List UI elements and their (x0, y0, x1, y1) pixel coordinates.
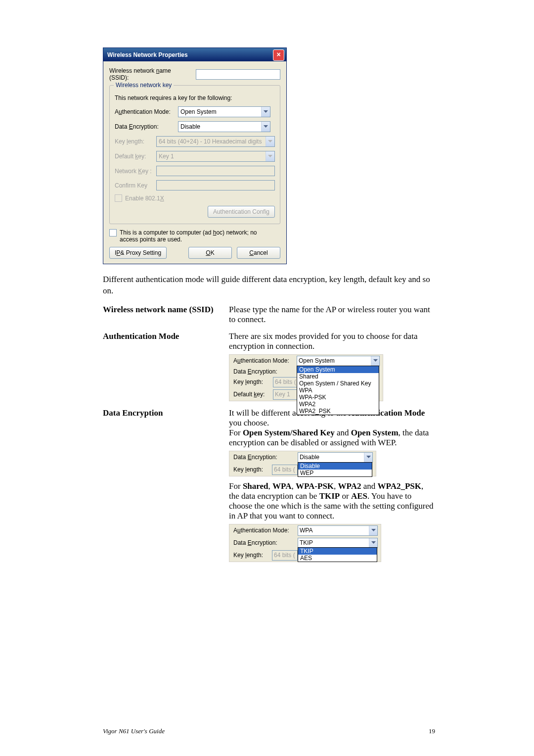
auth-mode-label: Authentication Mode: (115, 108, 178, 115)
adhoc-checkbox[interactable] (109, 229, 117, 236)
group-intro: This network requires a key for the foll… (115, 94, 275, 101)
keylength-combo: 64 bits (40+24) - 10 Hexadecimal digits (156, 136, 275, 147)
chevron-down-icon (266, 137, 274, 146)
chevron-down-icon[interactable] (364, 453, 372, 462)
desc-auth: There are six modes provided for you to … (229, 331, 417, 351)
chevron-down-icon[interactable] (261, 107, 270, 117)
fig-enc1-keylen-combo: 64 bits ( (272, 465, 298, 475)
ssid-label: Wireless network name (SSID): (109, 67, 191, 81)
fig-enc2-enc-combo[interactable]: TKIP (298, 538, 378, 548)
fig-auth-label: Authentication Mode: (233, 357, 297, 364)
enc2-options[interactable]: TKIP AES (298, 547, 377, 562)
term-auth: Authentication Mode (103, 331, 229, 408)
list-item[interactable]: Open System / Shared Key (297, 380, 379, 387)
list-item[interactable]: Disable (298, 463, 372, 470)
dialog-title: Wireless Network Properties (107, 51, 188, 58)
fig-enc1-combo[interactable]: Disable (298, 452, 373, 463)
intro-paragraph: Different authentication mode will guide… (103, 274, 435, 297)
dialog-titlebar[interactable]: Wireless Network Properties × (103, 48, 286, 61)
chevron-down-icon[interactable] (369, 526, 377, 535)
adhoc-label: This is a computer to computer (ad hoc) … (120, 229, 273, 243)
confirmkey-input (156, 180, 275, 190)
list-item[interactable]: WEP (298, 470, 372, 476)
encryption-combo[interactable]: Disable (178, 121, 270, 132)
list-item[interactable]: WPA2_PSK (297, 408, 379, 415)
auth-mode-combo[interactable]: Open System (178, 106, 270, 117)
list-item[interactable]: WPA-PSK (297, 394, 379, 401)
enc1-options[interactable]: Disable WEP (298, 462, 372, 477)
enc-tkip-figure: Authentication Mode: WPA Data Encryption… (229, 524, 381, 562)
enable-8021x-checkbox (115, 194, 122, 202)
list-item[interactable]: Shared (297, 373, 379, 380)
term-ssid: Wireless network name (SSID) (103, 305, 229, 331)
auth-config-button: Authentication Config (208, 206, 275, 218)
fig-enc2-keylen-combo: 64 bits ( (272, 550, 298, 561)
fig-enc1-enc-label: Data Encryption: (233, 454, 288, 461)
auth-mode-options[interactable]: Open System Shared Open System / Shared … (297, 366, 379, 415)
fig-keylen-label: Key length: (233, 378, 273, 385)
desc-enc-3: For Shared, WPA, WPA-PSK, WPA2 and WPA2_… (229, 481, 435, 521)
fig-keylen-combo: 64 bits ( (273, 377, 298, 387)
footer-left: Vigor N61 User's Guide (103, 727, 165, 735)
ssid-input[interactable] (196, 69, 280, 80)
defaultkey-combo: Key 1 (156, 151, 275, 162)
list-item[interactable]: WPA (297, 387, 379, 394)
desc-ssid: Please type the name for the AP or wirel… (229, 305, 435, 331)
fig-auth-combo[interactable]: Open System (297, 356, 380, 366)
fig-enc2-enc-label: Data Encryption: (233, 539, 298, 546)
auth-modes-figure: Authentication Mode: Open System Data En… (229, 354, 383, 401)
chevron-down-icon[interactable] (371, 356, 379, 366)
list-item[interactable]: TKIP (298, 548, 377, 555)
desc-enc-2: For Open System/Shared Key and Open Syst… (229, 428, 429, 447)
enable-8021x-label: Enable 802.1X (125, 195, 164, 202)
close-icon[interactable]: × (273, 49, 284, 61)
fig-enc2-auth-combo[interactable]: WPA (298, 525, 378, 536)
fig-enc2-keylen-label: Key length: (233, 552, 272, 559)
fig-enc-label: Data Encryption: (233, 368, 297, 375)
chevron-down-icon[interactable] (261, 122, 270, 132)
list-item[interactable]: AES (298, 555, 377, 562)
ok-button[interactable]: OK (188, 247, 232, 259)
chevron-down-icon[interactable] (369, 538, 377, 548)
chevron-down-icon (266, 151, 274, 161)
term-enc: Data Encryption (103, 408, 229, 569)
keylength-label: Key length: (115, 138, 156, 145)
defaultkey-label: Default key: (115, 153, 156, 160)
group-legend: Wireless network key (114, 82, 174, 89)
encryption-label: Data Encryption: (115, 123, 178, 130)
wireless-key-group: Wireless network key This network requir… (109, 85, 280, 224)
networkkey-input (156, 166, 275, 176)
fig-enc1-keylen-label: Key length: (233, 466, 272, 473)
enc-disable-figure: Data Encryption: Disable Key length: (229, 451, 376, 476)
networkkey-label: Network Key : (115, 168, 156, 175)
fig-defkey-combo: Key 1 (273, 389, 298, 400)
confirmkey-label: Confirm Key (115, 182, 156, 189)
list-item[interactable]: Open System (297, 366, 379, 373)
fig-enc2-auth-label: Authentication Mode: (233, 527, 298, 534)
cancel-button[interactable]: Cancel (237, 247, 280, 259)
ip-proxy-button[interactable]: IP & Proxy Setting (109, 247, 167, 259)
fig-defkey-label: Default key: (233, 391, 273, 398)
wireless-properties-dialog: Wireless Network Properties × Wireless n… (103, 47, 287, 264)
footer-page-number: 19 (429, 727, 435, 735)
list-item[interactable]: WPA2 (297, 401, 379, 408)
